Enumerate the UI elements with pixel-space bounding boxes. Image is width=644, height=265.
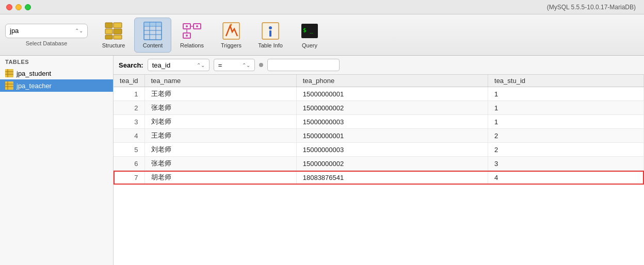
data-table: tea_id tea_name tea_phone tea_stu_id 1王老… [114, 75, 644, 265]
cell-row4-col0: 5 [114, 143, 144, 157]
svg-rect-14 [156, 22, 162, 26]
content-button[interactable]: Content [134, 18, 171, 53]
cell-row5-col1: 张老师 [144, 157, 296, 171]
cell-row1-col1: 张老师 [144, 101, 296, 115]
relations-icon [183, 22, 201, 40]
sidebar-item-jpa_student[interactable]: jpa_student [0, 67, 113, 79]
tableinfo-icon [261, 22, 280, 40]
cell-row5-col3: 3 [488, 157, 644, 171]
svg-rect-2 [105, 35, 112, 39]
svg-text:$ _: $ _ [303, 27, 313, 34]
cell-row0-col0: 1 [114, 87, 144, 101]
query-button[interactable]: $ _ Query [291, 18, 328, 53]
search-label: Search: [119, 61, 143, 69]
cell-row0-col1: 王老师 [144, 87, 296, 101]
cell-row6-col0: 7 [114, 171, 144, 185]
sidebar-item-jpa_teacher[interactable]: jpa_teacher [0, 79, 113, 92]
content-panel: Search: tea_id ⌃⌄ = ⌃⌄ tea_id tea_name t… [114, 56, 644, 265]
content-label: Content [143, 42, 163, 48]
db-selector: jpa ⌃⌄ Select Database [5, 24, 88, 46]
cell-row6-col2: 18083876541 [296, 171, 488, 185]
cell-row0-col3: 1 [488, 87, 644, 101]
table-icon-student [5, 69, 13, 77]
cell-row1-col2: 15000000002 [296, 101, 488, 115]
table-row[interactable]: 2张老师150000000021 [114, 101, 644, 115]
cell-row3-col1: 王老师 [144, 129, 296, 143]
cell-row4-col1: 刘老师 [144, 143, 296, 157]
svg-rect-5 [114, 35, 122, 39]
svg-rect-30 [5, 69, 13, 77]
table-icon-teacher [5, 81, 13, 90]
cell-row3-col2: 15000000001 [296, 129, 488, 143]
cell-row2-col1: 刘老师 [144, 115, 296, 129]
svg-rect-12 [144, 22, 150, 26]
cell-row3-col0: 4 [114, 129, 144, 143]
maximize-button[interactable] [25, 4, 31, 10]
cell-row3-col3: 2 [488, 129, 644, 143]
col-header-tea_name: tea_name [144, 75, 296, 87]
table-row[interactable]: 4王老师150000000012 [114, 129, 644, 143]
search-field-value: tea_id [152, 61, 170, 69]
triggers-icon [222, 22, 240, 40]
search-operator-value: = [218, 61, 222, 69]
search-dot-icon [259, 63, 263, 67]
structure-button[interactable]: Structure [95, 18, 132, 53]
svg-point-21 [196, 25, 198, 27]
col-header-tea_id: tea_id [114, 75, 144, 87]
cell-row1-col0: 2 [114, 101, 144, 115]
cell-row4-col2: 15000000003 [296, 143, 488, 157]
content-icon [143, 22, 162, 40]
sidebar-label-jpa_student: jpa_student [17, 70, 51, 77]
svg-point-22 [186, 35, 188, 37]
chevron-icon: ⌃⌄ [75, 28, 83, 34]
relations-button[interactable]: Relations [173, 18, 211, 53]
cell-row1-col3: 1 [488, 101, 644, 115]
minimize-button[interactable] [15, 4, 22, 10]
toolbar: jpa ⌃⌄ Select Database Structure [0, 14, 644, 56]
sidebar-header: TABLES [0, 56, 113, 67]
table-row[interactable]: 3刘老师150000000031 [114, 115, 644, 129]
table-row[interactable]: 6张老师150000000023 [114, 157, 644, 171]
svg-rect-1 [105, 29, 112, 34]
svg-rect-4 [114, 29, 122, 34]
cell-row2-col3: 1 [488, 115, 644, 129]
cell-row6-col3: 4 [488, 171, 644, 185]
search-bar: Search: tea_id ⌃⌄ = ⌃⌄ [114, 56, 644, 75]
svg-rect-3 [114, 23, 122, 28]
search-field-dropdown[interactable]: tea_id ⌃⌄ [148, 59, 210, 71]
cell-row0-col2: 15000000001 [296, 87, 488, 101]
relations-label: Relations [180, 42, 204, 48]
col-header-tea_stu_id: tea_stu_id [488, 75, 644, 87]
triggers-label: Triggers [221, 42, 242, 48]
database-label: Select Database [26, 40, 68, 46]
search-input[interactable] [267, 59, 340, 71]
close-button[interactable] [6, 4, 12, 10]
structure-icon [104, 22, 123, 40]
query-icon: $ _ [300, 22, 319, 40]
tableinfo-button[interactable]: Table Info [252, 18, 289, 53]
cell-row6-col1: 胡老师 [144, 171, 296, 185]
table-row[interactable]: 7胡老师180838765414 [114, 171, 644, 185]
svg-point-20 [186, 25, 188, 27]
database-dropdown[interactable]: jpa ⌃⌄ [5, 24, 88, 38]
svg-rect-13 [150, 22, 156, 26]
table-row[interactable]: 1王老师150000000011 [114, 87, 644, 101]
search-operator-dropdown[interactable]: = ⌃⌄ [214, 59, 255, 71]
svg-rect-34 [5, 81, 13, 90]
cell-row2-col0: 3 [114, 115, 144, 129]
sidebar-label-jpa_teacher: jpa_teacher [17, 82, 52, 90]
col-header-tea_phone: tea_phone [296, 75, 488, 87]
query-label: Query [302, 42, 317, 48]
svg-point-26 [269, 26, 272, 29]
op-chevron-icon: ⌃⌄ [242, 62, 250, 68]
server-info: (MySQL 5.5.5-10.0.17-MariaDB) [547, 4, 636, 11]
main-layout: TABLES jpa_student jpa_teacher Search: [0, 56, 644, 265]
table-row[interactable]: 5刘老师150000000032 [114, 143, 644, 157]
sidebar: TABLES jpa_student jpa_teacher [0, 56, 114, 265]
triggers-button[interactable]: Triggers [213, 18, 250, 53]
title-bar: (MySQL 5.5.5-10.0.17-MariaDB) [0, 0, 644, 14]
svg-rect-0 [105, 23, 112, 28]
cell-row5-col2: 15000000002 [296, 157, 488, 171]
cell-row5-col0: 6 [114, 157, 144, 171]
cell-row4-col3: 2 [488, 143, 644, 157]
